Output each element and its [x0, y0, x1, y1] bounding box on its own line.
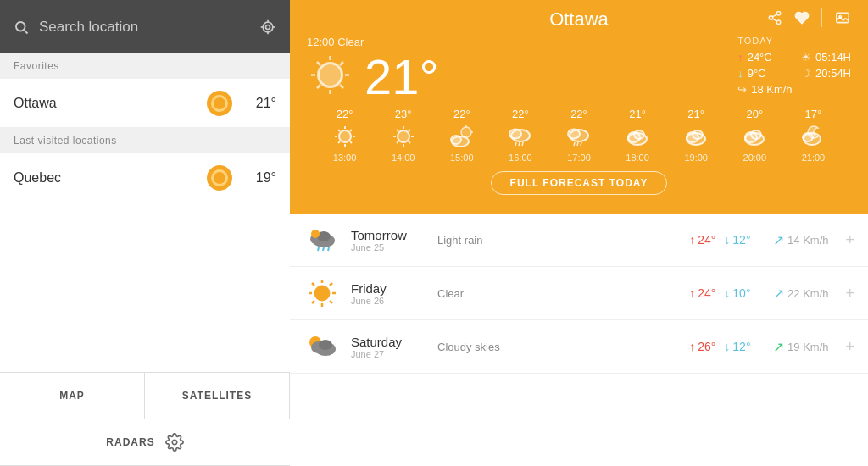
- weather-main: Ottawa: [290, 0, 868, 214]
- svg-line-23: [340, 62, 343, 65]
- forecast-condition: Cloudy skies: [437, 341, 679, 353]
- search-bar: Search location: [0, 0, 290, 53]
- forecast-wind: ↗ 19 Km/h: [760, 339, 828, 355]
- hour-item: 22° 16:00: [507, 108, 534, 163]
- left-panel: Search location Favorites Ottawa 21° Las…: [0, 0, 290, 466]
- up-arrow-icon: ↑: [737, 51, 743, 64]
- high-val: 24°: [698, 233, 715, 247]
- hour-temp: 21°: [687, 108, 704, 120]
- svg-line-50: [515, 142, 516, 146]
- low-temp-value: 9°C: [748, 67, 766, 80]
- hour-temp: 20°: [746, 108, 763, 120]
- hour-item: 22° 13:00: [331, 108, 359, 163]
- sunrise-value: 05:14H: [815, 51, 851, 64]
- svg-line-1: [24, 30, 27, 33]
- svg-line-84: [312, 301, 314, 303]
- hour-item: 21° 19:00: [682, 108, 709, 163]
- hour-time: 14:00: [392, 153, 415, 163]
- hour-time: 17:00: [567, 153, 591, 163]
- forecast-wind: ↗ 14 Km/h: [760, 232, 828, 248]
- hour-time: 20:00: [743, 153, 767, 163]
- forecast-item[interactable]: Tomorrow June 25 Light rain ↑ 24° ↓ 12° …: [290, 214, 868, 267]
- search-icon: [14, 19, 29, 35]
- low-val: 12°: [732, 233, 750, 247]
- svg-point-60: [634, 130, 644, 139]
- down-arrow: ↓: [724, 233, 730, 247]
- search-placeholder[interactable]: Search location: [39, 19, 138, 36]
- wind-arrow-icon: ↗: [773, 286, 784, 302]
- last-visited-item-quebec[interactable]: Quebec 19°: [0, 153, 290, 202]
- today-grid: ↑ 24°C ☀ 05:14H ↓ 9°C ☽ 20:54H: [737, 51, 851, 96]
- svg-line-21: [317, 62, 320, 65]
- expand-icon[interactable]: +: [845, 338, 854, 356]
- action-icons-row: [767, 8, 851, 27]
- svg-point-0: [16, 22, 25, 31]
- svg-point-66: [751, 130, 761, 139]
- wind-val: 14 Km/h: [787, 234, 828, 247]
- svg-line-12: [772, 19, 776, 21]
- hour-item: 17° 21:00: [799, 108, 826, 163]
- hour-item: 22° 15:00: [448, 108, 476, 163]
- svg-line-83: [330, 283, 332, 286]
- current-weather-row: 12:00 Clear: [307, 36, 851, 103]
- hour-icon: [331, 123, 359, 150]
- favorite-heart-icon[interactable]: [794, 10, 810, 25]
- full-forecast-button[interactable]: FULL FORECAST TODAY: [491, 171, 668, 195]
- radars-label: RADARS: [106, 436, 154, 448]
- svg-line-42: [397, 141, 398, 143]
- hour-temp: 21°: [629, 108, 646, 120]
- forecast-condition: Clear: [437, 287, 679, 300]
- radars-button[interactable]: RADARS: [0, 419, 290, 466]
- wind-icon: ↪: [737, 83, 747, 96]
- svg-line-33: [338, 141, 340, 143]
- sunset-stat: ☽ 20:54H: [801, 67, 851, 80]
- hour-icon: [390, 123, 417, 150]
- favorites-label: Favorites: [0, 53, 290, 79]
- high-temp-value: 24°C: [748, 51, 772, 64]
- forecast-day-info: Tomorrow June 25: [351, 228, 427, 252]
- svg-line-39: [397, 130, 398, 131]
- svg-line-13: [772, 14, 776, 17]
- forecast-high: ↑ 24°: [689, 233, 715, 247]
- right-panel: Ottawa: [290, 0, 868, 466]
- hour-temp: 23°: [395, 108, 412, 120]
- forecast-day-name: Tomorrow: [351, 228, 427, 242]
- forecast-item[interactable]: Friday June 26 Clear ↑ 24° ↓ 10° ↗ 22 Km…: [290, 267, 868, 320]
- forecast-temps: ↑ 24° ↓ 12°: [689, 233, 750, 247]
- svg-point-76: [314, 286, 330, 301]
- up-arrow: ↑: [689, 340, 695, 353]
- svg-line-73: [318, 247, 319, 251]
- current-left: 12:00 Clear: [307, 36, 439, 103]
- svg-line-40: [409, 141, 410, 143]
- map-button[interactable]: MAP: [0, 373, 145, 419]
- down-arrow: ↓: [724, 286, 730, 300]
- svg-line-57: [581, 142, 581, 146]
- time-condition: 12:00 Clear: [307, 36, 439, 48]
- svg-point-10: [769, 16, 773, 20]
- forecast-temps: ↑ 24° ↓ 10°: [689, 286, 750, 300]
- favorite-item-ottawa[interactable]: Ottawa 21°: [0, 79, 290, 128]
- share-icon[interactable]: [767, 10, 782, 25]
- sunrise-stat: ☀ 05:14H: [801, 51, 851, 64]
- down-arrow: ↓: [724, 340, 730, 353]
- svg-line-22: [340, 85, 343, 88]
- forecast-icon: [303, 328, 341, 365]
- favorite-temp: 21°: [242, 96, 276, 111]
- expand-icon[interactable]: +: [845, 285, 854, 302]
- hour-icon: [741, 123, 768, 150]
- satellites-button[interactable]: SATELLITES: [145, 373, 290, 419]
- sunset-icon: ☽: [801, 67, 811, 80]
- hour-icon: [565, 123, 593, 150]
- hour-temp: 22°: [512, 108, 529, 120]
- wind-value: 18 Km/h: [751, 83, 792, 96]
- divider: [821, 8, 822, 27]
- hour-icon: [799, 123, 826, 150]
- full-forecast-btn-wrap: FULL FORECAST TODAY: [307, 166, 851, 203]
- expand-icon[interactable]: +: [845, 231, 854, 249]
- gps-icon[interactable]: [259, 19, 276, 36]
- svg-point-63: [693, 130, 703, 139]
- hour-temp: 22°: [570, 108, 587, 120]
- forecast-item[interactable]: Saturday June 27 Cloudy skies ↑ 26° ↓ 12…: [290, 320, 868, 374]
- svg-point-72: [311, 230, 320, 238]
- image-icon[interactable]: [834, 11, 851, 25]
